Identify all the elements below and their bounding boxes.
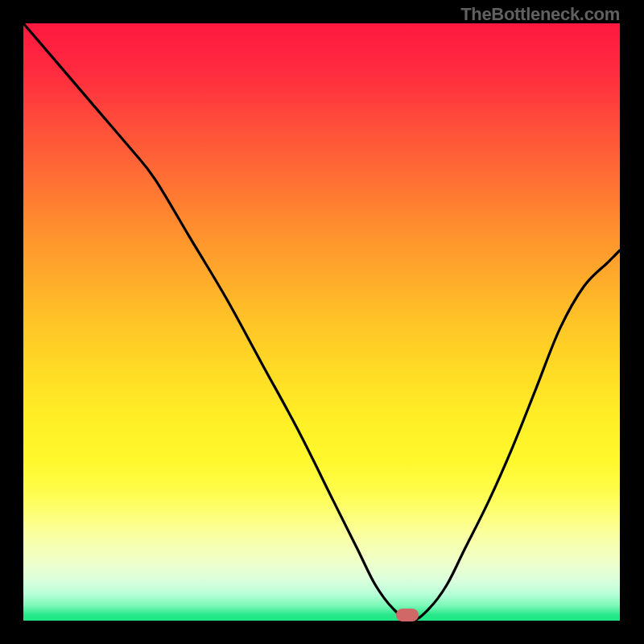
chart-frame: TheBottleneck.com xyxy=(0,0,644,644)
optimal-marker xyxy=(396,609,419,621)
plot-area xyxy=(23,23,620,621)
bottleneck-curve xyxy=(23,23,620,621)
attribution-text: TheBottleneck.com xyxy=(460,4,620,25)
